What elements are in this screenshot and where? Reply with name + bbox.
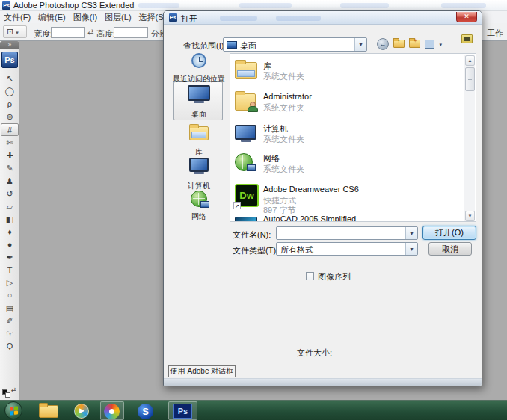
gradient-tool[interactable]: ◧ (1, 213, 19, 226)
blur-tool[interactable]: ♦ (1, 226, 19, 238)
file-row-dreamweaver[interactable]: Dw ↗ Adobe Dreamweaver CS6 快捷方式 897 字节 (233, 182, 461, 215)
start-button[interactable] (4, 401, 22, 419)
default-colors-icon[interactable]: ⇄ (2, 388, 17, 398)
file-row-computer[interactable]: 计算机 系统文件夹 (233, 121, 461, 154)
view-menu-button[interactable]: ▾ (425, 39, 442, 50)
shape-tool[interactable]: ○ (1, 289, 19, 302)
chevron-down-icon[interactable]: ▼ (405, 243, 417, 255)
open-dialog: Ps 打开 ✕ 查找范围(I): 桌面 ▼ ← ↑ ✶ ▾ 最近访问的位置 桌面 (163, 10, 482, 386)
scroll-down-icon[interactable]: ▼ (465, 211, 475, 221)
file-type-dropdown[interactable]: 所有格式 ▼ (276, 242, 418, 256)
media-player-taskbar-icon[interactable] (74, 404, 89, 419)
use-adobe-dialog-button[interactable]: 使用 Adobe 对话框 (168, 365, 236, 377)
file-row-autocad[interactable]: AutoCAD 2005 Simplified (233, 212, 461, 222)
dialog-resize-edge[interactable] (164, 378, 482, 386)
move-tool[interactable]: ↖ (1, 72, 19, 85)
file-name-input[interactable]: ▼ (276, 226, 418, 240)
up-one-level-button[interactable]: ↑ (393, 40, 405, 48)
scroll-up-icon[interactable]: ▲ (465, 55, 475, 66)
file-row-network[interactable]: 网络 系统文件夹 (233, 151, 461, 184)
view-grid-icon (425, 40, 434, 49)
autocad-icon (235, 217, 257, 222)
windows-flag-icon (10, 406, 18, 415)
menu-image[interactable]: 图像(I) (70, 11, 101, 24)
chevron-down-icon[interactable]: ▼ (405, 227, 417, 239)
place-recent[interactable]: 最近访问的位置 (170, 53, 228, 84)
notes-tool[interactable]: ▤ (1, 302, 19, 315)
browser-taskbar-icon[interactable]: S (138, 404, 153, 419)
file-list-scrollbar[interactable]: ▲ ▼ (464, 55, 475, 222)
file-row-libraries[interactable]: 库 系统文件夹 (233, 58, 461, 91)
type-tool[interactable]: T (1, 264, 19, 277)
file-type-value: 所有格式 (280, 244, 313, 256)
chevron-down-icon: ▾ (16, 30, 19, 35)
eraser-tool[interactable]: ▱ (1, 200, 19, 213)
crop-height-input[interactable] (114, 27, 148, 38)
pinwheel-app-taskbar-icon[interactable] (104, 404, 120, 419)
ghost-artifact (340, 3, 389, 8)
pen-tool[interactable]: ✒ (1, 251, 19, 264)
app-title: Adobe Photoshop CS3 Extended (13, 1, 134, 10)
explorer-taskbar-icon[interactable] (39, 405, 58, 418)
crop-width-input[interactable] (51, 27, 85, 38)
crop-tool[interactable]: # (1, 123, 19, 136)
toolbox-collapse-chevron[interactable]: » (0, 41, 19, 49)
place-desktop[interactable]: 桌面 (170, 85, 228, 120)
photoshop-app-icon: Ps (2, 1, 10, 10)
quick-selection-tool[interactable]: ⊛ (1, 111, 19, 123)
chevron-down-icon[interactable]: ▼ (354, 38, 366, 51)
ghost-artifact (220, 16, 257, 21)
file-name: Administrator (263, 92, 312, 101)
ghost-artifact (239, 3, 292, 8)
place-network[interactable]: 网络 (170, 191, 228, 222)
file-row-administrator[interactable]: Administrator 系统文件夹 (233, 90, 461, 123)
dodge-tool[interactable]: ● (1, 238, 19, 251)
look-in-dropdown[interactable]: 桌面 ▼ (223, 37, 367, 52)
eyedropper-tool[interactable]: ✐ (1, 315, 19, 327)
user-folder-icon (235, 93, 256, 111)
place-label: 网络 (170, 211, 228, 222)
tool-preset-picker[interactable]: ⊡▾ (3, 25, 27, 38)
swap-dimensions-icon[interactable]: ⇄ (87, 28, 93, 36)
lasso-tool[interactable]: ρ (1, 98, 19, 111)
zoom-tool[interactable]: Ϙ (1, 340, 19, 353)
menu-file[interactable]: 文件(F) (0, 11, 34, 24)
file-desc: 系统文件夹 (263, 71, 304, 82)
menu-edit[interactable]: 编辑(E) (34, 11, 70, 24)
photoshop-taskbar-icon[interactable]: Ps (173, 404, 192, 419)
file-name: 计算机 (263, 123, 288, 135)
slice-tool[interactable]: ✄ (1, 137, 19, 149)
look-in-value: 桌面 (240, 40, 256, 52)
dialog-ps-icon: Ps (169, 13, 177, 22)
cancel-button[interactable]: 取消 (428, 242, 472, 256)
scrollbar-thumb[interactable] (465, 67, 475, 91)
back-button[interactable]: ← (377, 38, 389, 50)
menu-layer[interactable]: 图层(L) (101, 11, 135, 24)
chevron-down-icon: ▾ (439, 42, 442, 48)
place-libraries[interactable]: 库 (170, 126, 228, 158)
image-sequence-checkbox[interactable] (306, 272, 314, 280)
file-desc: 系统文件夹 (263, 102, 304, 114)
dialog-titlebar[interactable]: Ps 打开 ✕ (164, 11, 482, 25)
file-list: 库 系统文件夹 Administrator 系统文件夹 计算机 系统文件夹 网络… (230, 53, 476, 222)
marquee-tool[interactable]: ◯ (1, 85, 19, 98)
file-name: Adobe Dreamweaver CS6 (263, 185, 359, 194)
path-selection-tool[interactable]: ▷ (1, 277, 19, 289)
history-brush-tool[interactable]: ↺ (1, 188, 19, 200)
folder-preview-icon (461, 34, 473, 43)
hand-tool[interactable]: ☞ (1, 327, 19, 340)
clone-stamp-tool[interactable]: ♟ (1, 175, 19, 188)
close-icon[interactable]: ✕ (456, 12, 477, 22)
file-name: 网络 (263, 153, 280, 164)
healing-brush-tool[interactable]: ✚ (1, 149, 19, 162)
ghost-artifact (276, 16, 321, 21)
workspace-button[interactable]: 工作 (487, 28, 503, 39)
toolbox: » Ps ↖ ◯ ρ ⊛ # ✄ ✚ ✎ ♟ ↺ ▱ ◧ ♦ ● ✒ T ▷ ○… (0, 41, 20, 401)
open-button[interactable]: 打开(O) (423, 226, 476, 240)
place-computer[interactable]: 计算机 (170, 158, 228, 191)
swap-colors-icon[interactable]: ⇄ (11, 386, 16, 393)
brush-tool[interactable]: ✎ (1, 162, 19, 175)
desktop-mini-icon (227, 41, 237, 49)
new-folder-button[interactable]: ✶ (409, 40, 420, 48)
place-label: 库 (170, 147, 228, 158)
